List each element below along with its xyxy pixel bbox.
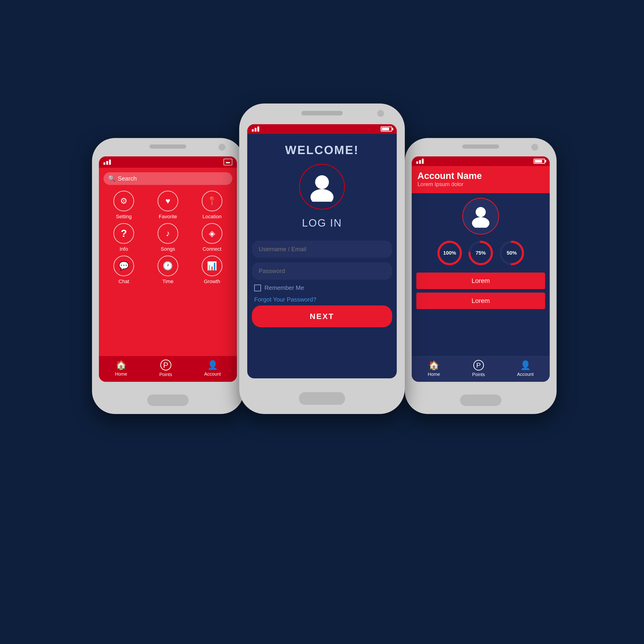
favorite-label: Favorite bbox=[159, 214, 177, 220]
battery-level bbox=[382, 128, 389, 130]
right-nav-points[interactable]: P Points bbox=[472, 360, 485, 377]
right-bottom-nav: 🏠 Home P Points 👤 Account bbox=[412, 356, 550, 382]
pct-50-label: 50% bbox=[507, 250, 517, 256]
right-nav-account[interactable]: 👤 Account bbox=[517, 360, 534, 377]
center-screen: WELCOME! LOG IN Remember Me Forgot bbox=[247, 124, 397, 378]
right-home-icon: 🏠 bbox=[428, 360, 439, 370]
left-camera bbox=[219, 144, 225, 151]
left-status-bar: ▬ bbox=[99, 156, 237, 168]
account-avatar bbox=[462, 198, 499, 235]
svg-point-0 bbox=[315, 175, 329, 189]
chat-label: Chat bbox=[118, 279, 129, 285]
username-input[interactable] bbox=[252, 241, 392, 258]
lorem-button-1[interactable]: Lorem bbox=[416, 273, 545, 289]
location-label: Location bbox=[202, 214, 221, 220]
account-icon: 👤 bbox=[207, 360, 218, 370]
battery-indicator: ▬ bbox=[224, 159, 232, 165]
account-label: Account bbox=[204, 371, 221, 377]
growth-label: Growth bbox=[204, 279, 220, 285]
right-account-label: Account bbox=[517, 372, 534, 377]
svg-point-1 bbox=[310, 189, 333, 202]
songs-label: Songs bbox=[161, 246, 175, 252]
info-icon: ? bbox=[113, 223, 134, 244]
remember-label: Remember Me bbox=[264, 284, 304, 291]
search-bar[interactable]: 🔍 Search bbox=[103, 172, 232, 185]
chat-icon: 💬 bbox=[113, 256, 134, 276]
grid-item-connect[interactable]: ◈ Connect bbox=[192, 223, 232, 252]
right-phone: Account Name Lorem Ipsum dolor bbox=[405, 138, 557, 414]
right-battery-level bbox=[535, 160, 542, 163]
nav-points[interactable]: P Points bbox=[159, 359, 172, 377]
account-body: 100% 75% bbox=[412, 193, 550, 317]
connect-icon: ◈ bbox=[202, 223, 222, 244]
center-speaker bbox=[301, 111, 343, 115]
grid-item-location[interactable]: 📍 Location bbox=[192, 191, 232, 220]
app-grid: ⚙ Setting ♥ Favorite 📍 Location ? Info bbox=[99, 188, 237, 287]
right-camera bbox=[531, 144, 538, 151]
account-avatar-svg bbox=[470, 205, 491, 228]
grid-item-setting[interactable]: ⚙ Setting bbox=[103, 191, 144, 220]
welcome-title: WELCOME! bbox=[285, 143, 359, 157]
points-label: Points bbox=[159, 372, 172, 377]
nav-home[interactable]: 🏠 Home bbox=[115, 360, 127, 377]
grid-item-growth[interactable]: 📊 Growth bbox=[192, 256, 232, 285]
left-home-button[interactable] bbox=[147, 394, 189, 406]
login-title: LOG IN bbox=[302, 217, 342, 229]
right-points-label: Points bbox=[472, 372, 485, 377]
next-button[interactable]: NEXT bbox=[252, 305, 392, 327]
center-camera bbox=[377, 110, 384, 117]
left-speaker bbox=[149, 144, 186, 149]
pct-100-label: 100% bbox=[443, 250, 456, 256]
connect-label: Connect bbox=[203, 246, 221, 252]
grid-item-time[interactable]: 🕐 Time bbox=[148, 256, 188, 285]
search-placeholder: Search bbox=[118, 175, 137, 182]
grid-item-chat[interactable]: 💬 Chat bbox=[103, 256, 144, 285]
remember-checkbox[interactable] bbox=[254, 285, 261, 291]
right-account-icon: 👤 bbox=[520, 360, 531, 370]
grid-item-songs[interactable]: ♪ Songs bbox=[148, 223, 188, 252]
time-icon: 🕐 bbox=[158, 256, 178, 276]
favorite-icon: ♥ bbox=[158, 191, 178, 211]
progress-50: 50% bbox=[499, 240, 524, 266]
progress-75: 75% bbox=[468, 240, 493, 266]
right-home-label: Home bbox=[428, 372, 440, 377]
center-battery-icon bbox=[381, 126, 392, 132]
nav-account[interactable]: 👤 Account bbox=[204, 360, 221, 377]
remember-row: Remember Me bbox=[252, 284, 392, 291]
password-input[interactable] bbox=[252, 262, 392, 280]
right-speaker bbox=[462, 144, 499, 149]
grid-item-favorite[interactable]: ♥ Favorite bbox=[148, 191, 188, 220]
right-screen: Account Name Lorem Ipsum dolor bbox=[412, 156, 550, 382]
pct-75-label: 75% bbox=[476, 250, 486, 256]
account-subtitle: Lorem Ipsum dolor bbox=[417, 181, 544, 187]
right-battery-icon bbox=[534, 159, 545, 164]
setting-label: Setting bbox=[116, 214, 132, 220]
forgot-password-link[interactable]: Forgot Your Password? bbox=[252, 296, 392, 303]
progress-100: 100% bbox=[437, 240, 462, 266]
progress-row: 100% 75% bbox=[437, 240, 524, 266]
left-screen: ▬ 🔍 Search ⚙ Setting ♥ Favorite 📍 bbox=[99, 156, 237, 382]
left-bottom-nav: 🏠 Home P Points 👤 Account bbox=[99, 356, 237, 382]
right-status-bar bbox=[412, 156, 550, 166]
lorem-button-2[interactable]: Lorem bbox=[416, 293, 545, 309]
center-signal-icon bbox=[252, 126, 259, 132]
welcome-section: WELCOME! LOG IN bbox=[247, 134, 397, 241]
center-status-bar bbox=[247, 124, 397, 134]
home-icon: 🏠 bbox=[116, 360, 126, 370]
account-header: Account Name Lorem Ipsum dolor bbox=[412, 166, 550, 193]
login-form: Remember Me Forgot Your Password? bbox=[247, 241, 397, 303]
account-name: Account Name bbox=[417, 171, 544, 181]
time-label: Time bbox=[162, 279, 173, 285]
avatar-svg bbox=[308, 172, 336, 202]
center-home-button[interactable] bbox=[299, 392, 345, 405]
center-phone: WELCOME! LOG IN Remember Me Forgot bbox=[239, 103, 405, 414]
right-points-icon: P bbox=[473, 360, 484, 371]
left-signal-icon bbox=[103, 160, 111, 165]
right-home-button[interactable] bbox=[460, 394, 501, 406]
search-icon: 🔍 bbox=[108, 175, 115, 182]
grid-item-info[interactable]: ? Info bbox=[103, 223, 144, 252]
svg-point-2 bbox=[476, 207, 486, 217]
right-nav-home[interactable]: 🏠 Home bbox=[428, 360, 440, 377]
right-signal-icon bbox=[416, 159, 424, 164]
setting-icon: ⚙ bbox=[113, 191, 134, 211]
